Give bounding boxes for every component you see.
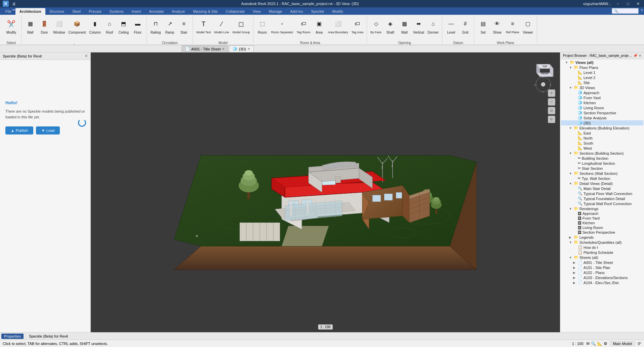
tree-rend-from-yard[interactable]: 🖼 From Yard	[561, 216, 643, 221]
show-btn[interactable]: 👁 Show	[490, 17, 504, 40]
tree-schedules[interactable]: ▼ 📁 Schedules/Quantities (all)	[561, 240, 643, 245]
tab-manage[interactable]: Manage	[265, 8, 286, 15]
tab-architecture[interactable]: Architecture	[15, 8, 45, 15]
tree-rend-approach[interactable]: 🖼 Approach	[561, 211, 643, 216]
tab-insert[interactable]: Insert	[128, 8, 145, 15]
tab-massing[interactable]: Massing & Site	[189, 8, 222, 15]
curtain-grid-btn[interactable]: ⊟ Curtain Grid	[48, 41, 67, 45]
properties-tab[interactable]: Properties	[1, 334, 24, 339]
tree-solar-analysis[interactable]: 🧊 Solar Analysis	[561, 115, 643, 120]
tree-sheet-a001[interactable]: ▶ 📄 A001 - Title Sheet	[561, 260, 643, 265]
tree-sections-wall[interactable]: ▼ 📁 Sections (Wall Section)	[561, 171, 643, 176]
vertical-btn[interactable]: ⬌ Vertical	[412, 17, 426, 40]
tree-renderings[interactable]: ▼ 📁 Renderings	[561, 206, 643, 211]
tree-building-section[interactable]: ✂ Building Section	[561, 156, 643, 161]
curtain-system-btn[interactable]: ⊞ Curtain System	[24, 41, 47, 45]
tab-title-sheet[interactable]: 📄 A001 - Title Sheet ✕	[182, 45, 228, 52]
tree-sheets[interactable]: ▼ 📁 Sheets (all)	[561, 255, 643, 260]
area-boundary-btn[interactable]: ⬜ Area Boundary	[327, 17, 350, 40]
stair-btn[interactable]: ≡ Stair	[177, 17, 191, 40]
set-btn[interactable]: ▤ Set	[476, 17, 490, 40]
dormer-btn[interactable]: ⌂ Dormer	[426, 17, 440, 40]
tree-3d[interactable]: 🧊 {3D}	[561, 120, 643, 125]
tree-stair-section[interactable]: ✂ Stair Section	[561, 166, 643, 171]
viewport[interactable]: N E S W FRONT TOP ↻	[91, 52, 560, 332]
roof-btn[interactable]: ⌂ Roof	[103, 17, 116, 40]
mullion-btn[interactable]: ┤ Mullion	[67, 41, 81, 45]
tree-rend-section-persp[interactable]: 🖼 Section Perspective	[561, 230, 643, 235]
tree-sheet-a103[interactable]: ▶ 📄 A103 - Elevations/Sections	[561, 275, 643, 280]
right-panel-close[interactable]: ✕	[639, 54, 641, 57]
tab-3d[interactable]: 🧊 {3D} ✕	[229, 45, 253, 52]
tree-detail-views[interactable]: ▼ 📁 Detail Views (Detail)	[561, 181, 643, 186]
tab-modify[interactable]: Modify	[328, 8, 347, 15]
tree-rend-kitchen[interactable]: 🖼 Kitchen	[561, 221, 643, 225]
wall-opening-btn[interactable]: ▦ Wall	[398, 17, 411, 40]
tree-sections-building[interactable]: ▼ 📁 Sections (Building Section)	[561, 151, 643, 156]
tab-systems[interactable]: Systems	[106, 8, 128, 15]
tab-speckle[interactable]: Speckle	[307, 8, 328, 15]
component-btn[interactable]: 📦 Component	[67, 17, 87, 40]
level-btn[interactable]: — Level	[444, 17, 458, 40]
tree-foundation-detail[interactable]: 🔍 Typical Foundation Detail	[561, 196, 643, 201]
tree-south[interactable]: 📐 South	[561, 141, 643, 146]
tree-west[interactable]: 📐 West	[561, 146, 643, 151]
ceiling-btn[interactable]: ⬒ Ceiling	[117, 17, 130, 40]
tab-precast[interactable]: Precast	[85, 8, 105, 15]
tree-3d-views[interactable]: ▼ 📁 3D Views	[561, 85, 643, 90]
search-input[interactable]	[612, 8, 639, 14]
tree-approach[interactable]: 🧊 Approach	[561, 90, 643, 95]
tree-sheet-a102[interactable]: ▶ 📄 A102 - Plans	[561, 270, 643, 275]
tab-steel[interactable]: Steel	[68, 8, 85, 15]
modify-btn[interactable]: ✂️ Modify	[4, 17, 19, 40]
tree-north[interactable]: 📐 North	[561, 136, 643, 141]
model-text-btn[interactable]: T Model Text	[195, 17, 212, 40]
tab-analyze[interactable]: Analyze	[168, 8, 189, 15]
room-sep-btn[interactable]: ▫ Room Separator	[270, 17, 294, 40]
tab-collaborate[interactable]: Collaborate	[222, 8, 249, 15]
tab-structure[interactable]: Structure	[45, 8, 69, 15]
by-face-btn[interactable]: ◇ By Face	[369, 17, 383, 40]
tree-floor-wall-conn[interactable]: 🔍 Typical Floor Wall Connection	[561, 191, 643, 196]
maximize-btn[interactable]: □	[625, 1, 631, 6]
floor-btn[interactable]: ▬ Floor	[131, 17, 145, 40]
window-btn[interactable]: ⬜ Window	[52, 17, 67, 40]
tree-legends[interactable]: ▶ 📁 Legends	[561, 235, 643, 240]
shaft-btn[interactable]: ◈ Shaft	[384, 17, 397, 40]
tag-area-btn[interactable]: 🏷 Tag Area	[350, 17, 365, 40]
tree-rend-living-room[interactable]: 🖼 Living Room	[561, 225, 643, 230]
model-group-btn[interactable]: ◻ Model Group	[231, 17, 251, 40]
railing-btn[interactable]: ⊓ Railing	[149, 17, 162, 40]
ramp-btn[interactable]: ↗ Ramp	[163, 17, 176, 40]
orbit-btn[interactable]: ↻	[548, 116, 555, 123]
column-btn[interactable]: ▮ Column	[88, 17, 102, 40]
tree-level1[interactable]: 📐 Level 1	[561, 70, 643, 75]
zoom-in-btn[interactable]: +	[548, 89, 555, 97]
tab-file[interactable]: File	[1, 8, 15, 15]
wall-btn[interactable]: ▦ Wall	[24, 17, 37, 40]
tree-sheet-a101[interactable]: ▶ 📄 A101 - Site Plan	[561, 265, 643, 270]
tab-annotate[interactable]: Annotate	[145, 8, 168, 15]
zoom-fit-btn[interactable]: ⊡	[548, 107, 555, 114]
tab-title-sheet-close[interactable]: ✕	[222, 47, 225, 51]
load-btn[interactable]: ▼ Load	[36, 126, 60, 134]
tree-sheet-a104[interactable]: ▶ 📄 A104 - Elev./Sec./Det.	[561, 280, 643, 285]
publish-btn[interactable]: ▲ Publish	[5, 126, 33, 134]
tree-section-perspective[interactable]: 🧊 Section Perspective	[561, 110, 643, 115]
tag-room-btn[interactable]: 🏷 Tag Room	[295, 17, 312, 40]
tree-views-all[interactable]: ▼ 📁 Views (all)	[561, 60, 643, 65]
tab-3d-close[interactable]: ✕	[247, 47, 250, 51]
ref-plane-btn[interactable]: ≡ Ref Plane	[505, 17, 521, 40]
view-cube[interactable]: N E S W FRONT TOP ↻	[526, 59, 553, 86]
tree-floor-plans[interactable]: ▼ 📁 Floor Plans	[561, 65, 643, 70]
area-btn[interactable]: ▣ Area	[313, 17, 326, 40]
tab-view[interactable]: View	[249, 8, 265, 15]
minimize-btn[interactable]: −	[614, 1, 621, 6]
tree-from-yard[interactable]: 🧊 From Yard	[561, 95, 643, 100]
tree-longitudinal-section[interactable]: ✂ Longitudinal Section	[561, 161, 643, 166]
tab-addins[interactable]: Add-Ins	[286, 8, 307, 15]
door-btn[interactable]: 🚪 Door	[38, 17, 51, 40]
close-btn[interactable]: ✕	[635, 1, 641, 6]
left-panel-close[interactable]: ✕	[85, 54, 88, 58]
zoom-out-btn[interactable]: −	[548, 98, 555, 106]
